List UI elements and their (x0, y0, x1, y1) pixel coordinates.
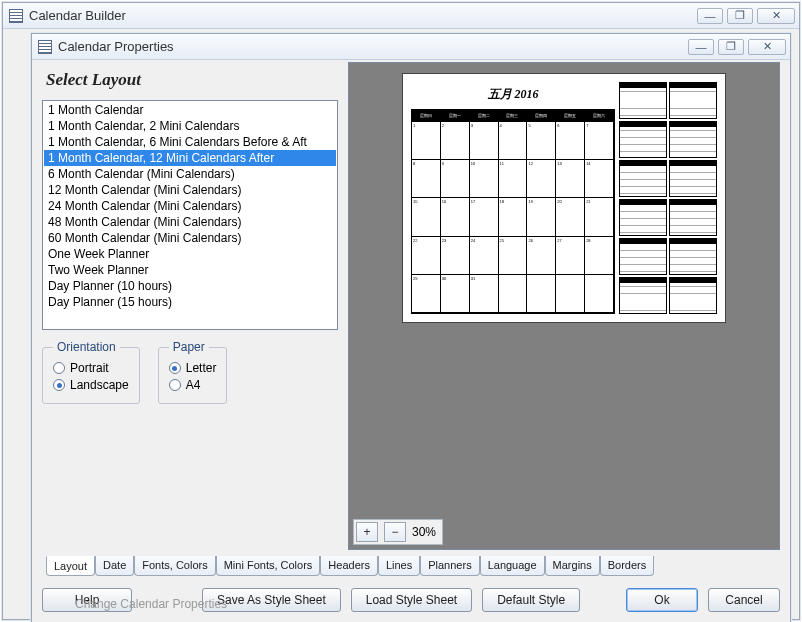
default-style-button[interactable]: Default Style (482, 588, 580, 612)
weekday-header: 星期二 (470, 110, 499, 122)
calendar-cell (556, 275, 585, 313)
left-panel: Select Layout 1 Month Calendar1 Month Ca… (42, 62, 338, 550)
maximize-button[interactable]: ❐ (727, 8, 753, 24)
mini-calendar (669, 238, 717, 275)
layout-option[interactable]: 48 Month Calendar (Mini Calendars) (44, 214, 336, 230)
orientation-legend: Orientation (53, 340, 120, 354)
close-button[interactable]: ✕ (757, 8, 795, 24)
radio-label: Portrait (70, 361, 109, 375)
layout-option[interactable]: 1 Month Calendar, 6 Mini Calendars Befor… (44, 134, 336, 150)
tabs-row: LayoutDateFonts, ColorsMini Fonts, Color… (42, 556, 780, 576)
tab-mini-fonts-colors[interactable]: Mini Fonts, Colors (216, 556, 321, 576)
calendar-grid: 星期日星期一星期二星期三星期四星期五星期六1234567891011121314… (411, 109, 615, 314)
layout-option[interactable]: 6 Month Calendar (Mini Calendars) (44, 166, 336, 182)
layout-option[interactable]: Day Planner (10 hours) (44, 278, 336, 294)
weekday-header: 星期六 (585, 110, 614, 122)
dialog-close-button[interactable]: ✕ (748, 39, 786, 55)
orientation-option[interactable]: Landscape (53, 378, 129, 392)
mini-calendar (619, 160, 667, 197)
preview-page: 五月 2016 星期日星期一星期二星期三星期四星期五星期六12345678910… (402, 73, 726, 323)
radio-icon (169, 379, 181, 391)
background-command: Change Calendar Properties (75, 597, 227, 611)
tab-fonts-colors[interactable]: Fonts, Colors (134, 556, 215, 576)
tab-language[interactable]: Language (480, 556, 545, 576)
calendar-cell: 26 (527, 237, 556, 275)
paper-option[interactable]: A4 (169, 378, 217, 392)
radio-label: Landscape (70, 378, 129, 392)
paper-group: Paper LetterA4 (158, 340, 228, 404)
calendar-cell: 5 (527, 122, 556, 160)
weekday-header: 星期日 (412, 110, 441, 122)
zoom-out-button[interactable]: − (384, 522, 406, 542)
app-icon (9, 9, 23, 23)
layout-option[interactable]: 60 Month Calendar (Mini Calendars) (44, 230, 336, 246)
calendar-cell: 28 (585, 237, 614, 275)
calendar-cell (499, 275, 528, 313)
mini-calendar (669, 82, 717, 119)
calendar-cell: 12 (527, 160, 556, 198)
mini-calendar (619, 121, 667, 158)
mini-calendar (619, 238, 667, 275)
tab-headers[interactable]: Headers (320, 556, 378, 576)
zoom-level: 30% (412, 525, 436, 539)
calendar-cell (527, 275, 556, 313)
layout-option[interactable]: 24 Month Calendar (Mini Calendars) (44, 198, 336, 214)
dialog-maximize-button[interactable]: ❐ (718, 39, 744, 55)
calendar-cell: 15 (412, 198, 441, 236)
calendar-cell (585, 275, 614, 313)
calendar-cell: 16 (441, 198, 470, 236)
weekday-header: 星期五 (556, 110, 585, 122)
layout-option[interactable]: Day Planner (15 hours) (44, 294, 336, 310)
calendar-cell: 17 (470, 198, 499, 236)
calendar-cell: 25 (499, 237, 528, 275)
outer-window: Calendar Builder — ❐ ✕ Calendar Properti… (2, 2, 800, 620)
ok-button[interactable]: Ok (626, 588, 698, 612)
calendar-cell: 21 (585, 198, 614, 236)
mini-calendar (619, 277, 667, 314)
layout-option[interactable]: 1 Month Calendar (44, 102, 336, 118)
tab-lines[interactable]: Lines (378, 556, 420, 576)
outer-titlebar: Calendar Builder — ❐ ✕ (3, 3, 799, 29)
radio-label: Letter (186, 361, 217, 375)
radio-icon (169, 362, 181, 374)
paper-option[interactable]: Letter (169, 361, 217, 375)
calendar-month-title: 五月 2016 (411, 82, 615, 109)
inner-window-controls: — ❐ ✕ (688, 39, 786, 55)
zoom-bar: + − 30% (353, 519, 443, 545)
layout-option[interactable]: One Week Planner (44, 246, 336, 262)
radio-label: A4 (186, 378, 201, 392)
calendar-cell: 3 (470, 122, 499, 160)
minimize-button[interactable]: — (697, 8, 723, 24)
layout-listbox[interactable]: 1 Month Calendar1 Month Calendar, 2 Mini… (42, 100, 338, 330)
dialog-minimize-button[interactable]: — (688, 39, 714, 55)
tab-layout[interactable]: Layout (46, 556, 95, 576)
layout-option[interactable]: 1 Month Calendar, 2 Mini Calendars (44, 118, 336, 134)
weekday-header: 星期三 (499, 110, 528, 122)
calendar-cell: 1 (412, 122, 441, 160)
calendar-cell: 9 (441, 160, 470, 198)
inner-title: Calendar Properties (58, 39, 688, 54)
calendar-cell: 30 (441, 275, 470, 313)
load-style-button[interactable]: Load Style Sheet (351, 588, 472, 612)
tab-date[interactable]: Date (95, 556, 134, 576)
outer-window-controls: — ❐ ✕ (697, 8, 795, 24)
radio-icon (53, 379, 65, 391)
paper-legend: Paper (169, 340, 209, 354)
section-heading: Select Layout (42, 62, 338, 100)
layout-option[interactable]: 12 Month Calendar (Mini Calendars) (44, 182, 336, 198)
calendar-main: 五月 2016 星期日星期一星期二星期三星期四星期五星期六12345678910… (411, 82, 615, 314)
zoom-in-button[interactable]: + (356, 522, 378, 542)
dialog-content: Select Layout 1 Month Calendar1 Month Ca… (42, 62, 780, 612)
cancel-button[interactable]: Cancel (708, 588, 780, 612)
calendar-cell: 8 (412, 160, 441, 198)
body-row: Select Layout 1 Month Calendar1 Month Ca… (42, 62, 780, 550)
tab-borders[interactable]: Borders (600, 556, 655, 576)
layout-option[interactable]: 1 Month Calendar, 12 Mini Calendars Afte… (44, 150, 336, 166)
orientation-option[interactable]: Portrait (53, 361, 129, 375)
tab-planners[interactable]: Planners (420, 556, 479, 576)
tab-margins[interactable]: Margins (545, 556, 600, 576)
option-groups: Orientation PortraitLandscape Paper Lett… (42, 340, 338, 404)
calendar-cell: 29 (412, 275, 441, 313)
calendar-cell: 14 (585, 160, 614, 198)
layout-option[interactable]: Two Week Planner (44, 262, 336, 278)
